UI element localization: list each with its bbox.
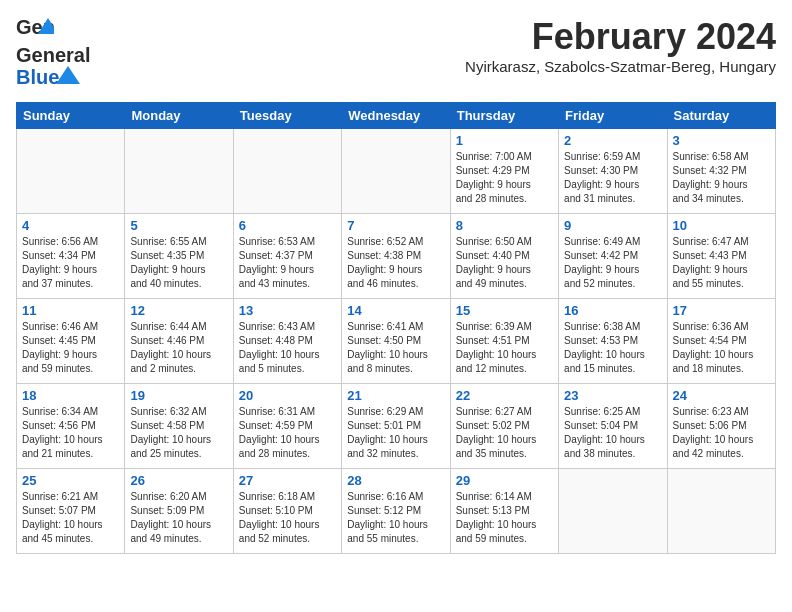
calendar-cell: 10Sunrise: 6:47 AM Sunset: 4:43 PM Dayli…	[667, 214, 775, 299]
day-number: 4	[22, 218, 119, 233]
day-number: 9	[564, 218, 661, 233]
weekday-header-sunday: Sunday	[17, 103, 125, 129]
day-content: Sunrise: 6:21 AM Sunset: 5:07 PM Dayligh…	[22, 490, 119, 546]
calendar-cell	[233, 129, 341, 214]
day-content: Sunrise: 6:18 AM Sunset: 5:10 PM Dayligh…	[239, 490, 336, 546]
day-number: 25	[22, 473, 119, 488]
calendar-cell: 3Sunrise: 6:58 AM Sunset: 4:32 PM Daylig…	[667, 129, 775, 214]
day-number: 13	[239, 303, 336, 318]
day-number: 19	[130, 388, 227, 403]
day-content: Sunrise: 6:59 AM Sunset: 4:30 PM Dayligh…	[564, 150, 661, 206]
day-content: Sunrise: 6:31 AM Sunset: 4:59 PM Dayligh…	[239, 405, 336, 461]
day-number: 15	[456, 303, 553, 318]
weekday-header-monday: Monday	[125, 103, 233, 129]
calendar-cell: 8Sunrise: 6:50 AM Sunset: 4:40 PM Daylig…	[450, 214, 558, 299]
day-content: Sunrise: 6:46 AM Sunset: 4:45 PM Dayligh…	[22, 320, 119, 376]
day-content: Sunrise: 6:41 AM Sunset: 4:50 PM Dayligh…	[347, 320, 444, 376]
day-number: 27	[239, 473, 336, 488]
day-content: Sunrise: 6:39 AM Sunset: 4:51 PM Dayligh…	[456, 320, 553, 376]
week-row-3: 18Sunrise: 6:34 AM Sunset: 4:56 PM Dayli…	[17, 384, 776, 469]
calendar-cell	[125, 129, 233, 214]
calendar-cell: 29Sunrise: 6:14 AM Sunset: 5:13 PM Dayli…	[450, 469, 558, 554]
day-content: Sunrise: 6:27 AM Sunset: 5:02 PM Dayligh…	[456, 405, 553, 461]
week-row-1: 4Sunrise: 6:56 AM Sunset: 4:34 PM Daylig…	[17, 214, 776, 299]
weekday-header-thursday: Thursday	[450, 103, 558, 129]
calendar-cell: 16Sunrise: 6:38 AM Sunset: 4:53 PM Dayli…	[559, 299, 667, 384]
day-content: Sunrise: 6:23 AM Sunset: 5:06 PM Dayligh…	[673, 405, 770, 461]
calendar-cell	[667, 469, 775, 554]
day-content: Sunrise: 6:49 AM Sunset: 4:42 PM Dayligh…	[564, 235, 661, 291]
calendar-cell	[559, 469, 667, 554]
calendar-cell: 13Sunrise: 6:43 AM Sunset: 4:48 PM Dayli…	[233, 299, 341, 384]
day-number: 1	[456, 133, 553, 148]
calendar-cell: 2Sunrise: 6:59 AM Sunset: 4:30 PM Daylig…	[559, 129, 667, 214]
svg-marker-4	[56, 66, 80, 84]
calendar-cell	[342, 129, 450, 214]
calendar-cell: 20Sunrise: 6:31 AM Sunset: 4:59 PM Dayli…	[233, 384, 341, 469]
day-number: 6	[239, 218, 336, 233]
day-number: 23	[564, 388, 661, 403]
day-number: 18	[22, 388, 119, 403]
day-content: Sunrise: 6:43 AM Sunset: 4:48 PM Dayligh…	[239, 320, 336, 376]
calendar-cell	[17, 129, 125, 214]
day-number: 10	[673, 218, 770, 233]
day-number: 21	[347, 388, 444, 403]
day-number: 16	[564, 303, 661, 318]
week-row-2: 11Sunrise: 6:46 AM Sunset: 4:45 PM Dayli…	[17, 299, 776, 384]
calendar-cell: 27Sunrise: 6:18 AM Sunset: 5:10 PM Dayli…	[233, 469, 341, 554]
day-content: Sunrise: 6:58 AM Sunset: 4:32 PM Dayligh…	[673, 150, 770, 206]
calendar-cell: 4Sunrise: 6:56 AM Sunset: 4:34 PM Daylig…	[17, 214, 125, 299]
logo-blue-text: Blue	[16, 64, 86, 90]
calendar-cell: 26Sunrise: 6:20 AM Sunset: 5:09 PM Dayli…	[125, 469, 233, 554]
calendar-cell: 6Sunrise: 6:53 AM Sunset: 4:37 PM Daylig…	[233, 214, 341, 299]
weekday-header-tuesday: Tuesday	[233, 103, 341, 129]
calendar-cell: 14Sunrise: 6:41 AM Sunset: 4:50 PM Dayli…	[342, 299, 450, 384]
week-row-4: 25Sunrise: 6:21 AM Sunset: 5:07 PM Dayli…	[17, 469, 776, 554]
day-content: Sunrise: 6:55 AM Sunset: 4:35 PM Dayligh…	[130, 235, 227, 291]
day-content: Sunrise: 6:34 AM Sunset: 4:56 PM Dayligh…	[22, 405, 119, 461]
day-content: Sunrise: 6:25 AM Sunset: 5:04 PM Dayligh…	[564, 405, 661, 461]
day-content: Sunrise: 6:14 AM Sunset: 5:13 PM Dayligh…	[456, 490, 553, 546]
day-content: Sunrise: 6:47 AM Sunset: 4:43 PM Dayligh…	[673, 235, 770, 291]
day-number: 2	[564, 133, 661, 148]
calendar-table: SundayMondayTuesdayWednesdayThursdayFrid…	[16, 102, 776, 554]
month-title: February 2024	[465, 16, 776, 58]
calendar-cell: 19Sunrise: 6:32 AM Sunset: 4:58 PM Dayli…	[125, 384, 233, 469]
calendar-cell: 25Sunrise: 6:21 AM Sunset: 5:07 PM Dayli…	[17, 469, 125, 554]
location-title: Nyirkarasz, Szabolcs-Szatmar-Bereg, Hung…	[465, 58, 776, 75]
weekday-header-friday: Friday	[559, 103, 667, 129]
calendar-cell: 18Sunrise: 6:34 AM Sunset: 4:56 PM Dayli…	[17, 384, 125, 469]
calendar-cell: 23Sunrise: 6:25 AM Sunset: 5:04 PM Dayli…	[559, 384, 667, 469]
day-number: 7	[347, 218, 444, 233]
day-content: Sunrise: 6:29 AM Sunset: 5:01 PM Dayligh…	[347, 405, 444, 461]
calendar-cell: 17Sunrise: 6:36 AM Sunset: 4:54 PM Dayli…	[667, 299, 775, 384]
weekday-header-row: SundayMondayTuesdayWednesdayThursdayFrid…	[17, 103, 776, 129]
day-number: 20	[239, 388, 336, 403]
calendar-cell: 15Sunrise: 6:39 AM Sunset: 4:51 PM Dayli…	[450, 299, 558, 384]
svg-text:General: General	[16, 44, 90, 66]
svg-text:Blue: Blue	[16, 66, 59, 88]
day-number: 28	[347, 473, 444, 488]
day-number: 17	[673, 303, 770, 318]
day-number: 26	[130, 473, 227, 488]
day-content: Sunrise: 7:00 AM Sunset: 4:29 PM Dayligh…	[456, 150, 553, 206]
calendar-cell: 21Sunrise: 6:29 AM Sunset: 5:01 PM Dayli…	[342, 384, 450, 469]
day-number: 24	[673, 388, 770, 403]
day-content: Sunrise: 6:32 AM Sunset: 4:58 PM Dayligh…	[130, 405, 227, 461]
day-content: Sunrise: 6:16 AM Sunset: 5:12 PM Dayligh…	[347, 490, 444, 546]
calendar-cell: 1Sunrise: 7:00 AM Sunset: 4:29 PM Daylig…	[450, 129, 558, 214]
calendar-cell: 11Sunrise: 6:46 AM Sunset: 4:45 PM Dayli…	[17, 299, 125, 384]
calendar-cell: 9Sunrise: 6:49 AM Sunset: 4:42 PM Daylig…	[559, 214, 667, 299]
day-number: 11	[22, 303, 119, 318]
day-number: 22	[456, 388, 553, 403]
calendar-cell: 22Sunrise: 6:27 AM Sunset: 5:02 PM Dayli…	[450, 384, 558, 469]
day-content: Sunrise: 6:50 AM Sunset: 4:40 PM Dayligh…	[456, 235, 553, 291]
day-number: 5	[130, 218, 227, 233]
page-header: General General Blue February 2024 Nyirk…	[16, 16, 776, 94]
day-content: Sunrise: 6:38 AM Sunset: 4:53 PM Dayligh…	[564, 320, 661, 376]
calendar-cell: 28Sunrise: 6:16 AM Sunset: 5:12 PM Dayli…	[342, 469, 450, 554]
day-content: Sunrise: 6:44 AM Sunset: 4:46 PM Dayligh…	[130, 320, 227, 376]
calendar-cell: 7Sunrise: 6:52 AM Sunset: 4:38 PM Daylig…	[342, 214, 450, 299]
logo: General General Blue	[16, 16, 126, 94]
day-number: 29	[456, 473, 553, 488]
